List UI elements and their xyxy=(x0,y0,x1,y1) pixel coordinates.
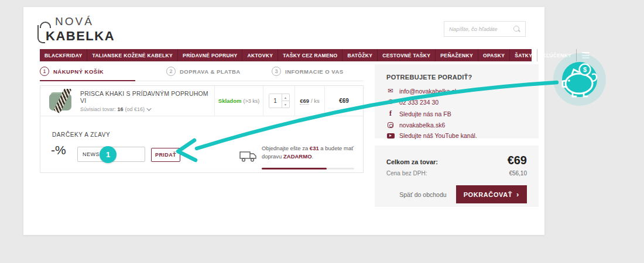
nav-item-penazenky[interactable]: PEŇAŽENKY xyxy=(435,49,478,61)
step-number: 1 xyxy=(40,67,49,76)
logo-text-bottom: KABELKA xyxy=(46,29,115,44)
step-label: DOPRAVA & PLATBA xyxy=(180,68,241,75)
related-count: 16 xyxy=(118,106,124,112)
shipping-amount: €31 xyxy=(310,145,319,151)
truck-icon xyxy=(239,150,257,163)
nav-item-opasky[interactable]: OPASKY xyxy=(478,49,509,61)
order-summary-box: Celkom za tovar: €69 Cena bez DPH: €56,1… xyxy=(375,146,539,207)
stock-status: Skladom (>3 ks) xyxy=(214,86,263,116)
tutorial-step-badge: 1 xyxy=(100,146,117,163)
step-shipping-payment[interactable]: 2 DOPRAVA & PLATBA xyxy=(166,67,241,76)
gifts-discounts-heading: DARČEKY A ZĽAVY xyxy=(52,132,110,138)
nav-item-talianske-kozene-kabelky[interactable]: TALIANSKE KOŽENÉ KABELKY xyxy=(87,49,177,61)
chevron-down-icon xyxy=(146,106,151,110)
nav-item-blackfriday[interactable]: BLACKFRIDAY xyxy=(40,49,87,61)
free-shipping-progress xyxy=(262,168,354,169)
continue-button[interactable]: POKRAČOVAŤ › xyxy=(456,185,527,203)
youtube-link[interactable]: Sledujte náš YouTube kanál. xyxy=(386,132,527,139)
step-label: NÁKUPNÝ KOŠÍK xyxy=(53,68,104,75)
stock-note: (>3 ks) xyxy=(243,98,259,104)
cart-panel: PRISCA KHAKI S PRÍDAVNÝM POPRUHOM VI Súv… xyxy=(40,85,364,173)
main-nav: BLACKFRIDAY TALIANSKE KOŽENÉ KABELKY PRÍ… xyxy=(40,49,532,61)
logo-text-top: NOVÁ xyxy=(55,15,94,28)
nav-item-aktovky[interactable]: AKTOVKY xyxy=(242,49,278,61)
chevron-right-icon: › xyxy=(516,191,519,198)
unit-price: €69 / ks xyxy=(294,86,324,116)
nav-item-satky[interactable]: ŠATKY xyxy=(509,49,537,61)
step-cart[interactable]: 1 NÁKUPNÝ KOŠÍK xyxy=(40,67,104,76)
quantity-stepper: ▲ ▼ xyxy=(269,94,290,108)
product-link[interactable]: PRISCA KHAKI S PRÍDAVNÝM POPRUHOM VI Súv… xyxy=(40,86,214,116)
store-logo[interactable]: NOVÁ KABELKA xyxy=(40,15,115,44)
quantity-cell: ▲ ▼ xyxy=(263,86,294,116)
nav-item-klucenky[interactable]: KĽÚČENKY xyxy=(537,49,576,61)
nav-item-cestovne-tasky[interactable]: CESTOVNÉ TAŠKY xyxy=(377,49,435,61)
quantity-down-icon[interactable]: ▼ xyxy=(282,101,289,108)
facebook-icon: f xyxy=(386,109,395,118)
quantity-input[interactable] xyxy=(269,94,282,108)
add-coupon-button[interactable]: PRIDAŤ xyxy=(151,148,180,162)
step-label: INFORMACIE O VAS xyxy=(285,68,344,75)
nav-item-tasky-cez-rameno[interactable]: TAŠKY CEZ RAMENO xyxy=(278,49,342,61)
related-products-toggle[interactable]: Súvisiaci tovar: 16 (od €16) xyxy=(80,106,214,112)
vat-label: Cena bez DPH: xyxy=(386,170,427,177)
product-thumbnail[interactable] xyxy=(47,89,73,113)
search-icon[interactable] xyxy=(513,25,520,33)
dollar-coin-symbol: $ xyxy=(583,66,587,73)
bag-corner-icon xyxy=(37,25,45,43)
need-help-box: POTREBUJETE PORADIŤ? ✉ info@novakabelka.… xyxy=(375,64,539,139)
step-number: 2 xyxy=(166,67,176,76)
vat-value: €56,10 xyxy=(509,170,527,177)
phone-icon: ✆ xyxy=(386,98,395,106)
contact-phone-link[interactable]: ✆ 02 333 234 30 xyxy=(386,98,527,106)
instagram-link[interactable]: novakabelka.sk6 xyxy=(386,122,527,129)
total-value: €69 xyxy=(508,154,527,167)
total-label: Celkom za tovar: xyxy=(386,158,438,165)
facebook-link[interactable]: f Sledujte nás na FB xyxy=(386,109,527,118)
hamburger-icon[interactable] xyxy=(576,49,595,61)
back-to-shop-link[interactable]: Späť do obchodu xyxy=(399,191,446,198)
quantity-up-icon[interactable]: ▲ xyxy=(282,94,289,101)
search-box xyxy=(444,21,526,37)
instagram-icon xyxy=(386,122,395,128)
shipping-progress-fill xyxy=(262,168,327,169)
need-help-title: POTREBUJETE PORADIŤ? xyxy=(386,74,527,81)
free-shipping-notice: Objednajte ešte za €31 a budete mať dopr… xyxy=(262,144,360,161)
step-number: 3 xyxy=(272,67,281,76)
checkout-steps: 1 NÁKUPNÝ KOŠÍK 2 DOPRAVA & PLATBA 3 INF… xyxy=(40,63,364,81)
step-your-info[interactable]: 3 INFORMACIE O VAS xyxy=(272,67,344,76)
main-card: NOVÁ KABELKA BLACKFRIDAY TALIANSKE KOŽEN… xyxy=(23,7,544,235)
active-step-underline xyxy=(40,80,135,81)
line-total: €69 xyxy=(324,86,363,116)
envelope-icon: ✉ xyxy=(386,87,395,95)
contact-email-link[interactable]: ✉ info@novakabelka.sk xyxy=(386,87,527,95)
stock-label: Skladom xyxy=(218,98,242,104)
nav-item-pridavne-popruhy[interactable]: PRÍDAVNÉ POPRUHY xyxy=(177,49,242,61)
nav-item-batozky[interactable]: BATÔŽKY xyxy=(342,49,377,61)
search-input[interactable] xyxy=(449,26,513,32)
product-title[interactable]: PRISCA KHAKI S PRÍDAVNÝM POPRUHOM VI xyxy=(80,90,214,104)
cart-item-row: PRISCA KHAKI S PRÍDAVNÝM POPRUHOM VI Súv… xyxy=(40,86,363,116)
youtube-icon xyxy=(386,133,395,139)
discount-percent-icon: -% xyxy=(51,143,66,157)
shipping-free: ZADARMO xyxy=(283,153,312,160)
